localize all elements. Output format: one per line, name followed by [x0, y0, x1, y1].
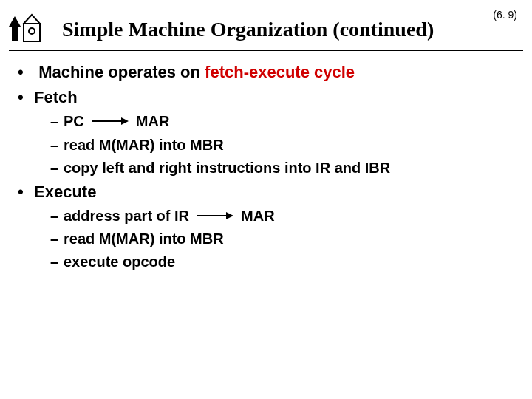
svg-marker-3 — [24, 15, 40, 24]
bullet-execute-step-2: read M(MAR) into MBR — [50, 228, 514, 250]
bullet-operates-text: Machine operates on — [38, 63, 205, 81]
bullet-execute-step-1: address part of IR MAR — [50, 205, 275, 227]
bullet-operates: Machine operates on fetch-execute cycle — [18, 61, 514, 84]
bullet-fetch: Fetch — [18, 86, 514, 109]
fetch-mar-label: MAR — [136, 111, 170, 132]
bullet-execute-step-3: execute opcode — [50, 251, 514, 273]
header-divider — [9, 50, 523, 51]
exec-ir-label: address part of IR — [64, 205, 189, 227]
page-reference: (6. 9) — [493, 9, 517, 21]
arrow-icon — [92, 116, 129, 126]
svg-point-4 — [29, 28, 35, 34]
bullet-execute: Execute — [18, 180, 514, 204]
svg-marker-8 — [226, 212, 233, 219]
svg-rect-0 — [12, 27, 18, 41]
logo-icon — [9, 9, 44, 44]
fetch-pc-label: PC — [64, 111, 84, 132]
bullet-fetch-step-3: copy left and right instructions into IR… — [50, 157, 514, 179]
bullet-fetch-step-2: read M(MAR) into MBR — [50, 134, 514, 156]
bullet-fetch-step-1: PC MAR — [50, 111, 169, 132]
slide-body: Machine operates on fetch-execute cycle … — [18, 61, 514, 274]
svg-rect-2 — [24, 24, 40, 41]
bullet-operates-emph: fetch-execute cycle — [205, 63, 355, 81]
svg-marker-1 — [9, 16, 21, 27]
slide-title: Simple Machine Organization (continued) — [62, 18, 434, 41]
arrow-icon — [197, 211, 233, 221]
exec-mar-label: MAR — [241, 205, 275, 227]
svg-marker-6 — [121, 117, 129, 125]
